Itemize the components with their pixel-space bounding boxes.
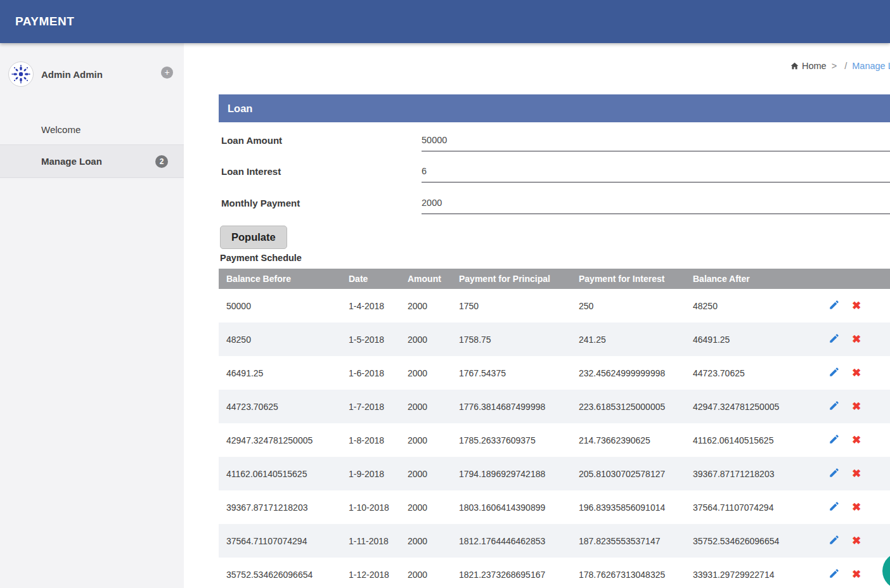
table-cell: 232.45624999999998 [571,356,685,390]
populate-button[interactable]: Populate [220,226,287,249]
table-cell: 44723.70625 [219,390,341,423]
pencil-icon[interactable] [829,400,840,413]
table-cell: 250 [571,289,685,323]
x-icon[interactable]: ✖ [852,467,861,480]
table-cell: 1-5-2018 [341,323,400,356]
table-cell: 1-11-2018 [341,524,400,558]
table-cell: 2000 [400,558,451,588]
add-icon[interactable]: + [161,67,173,79]
table-body: 500001-4-20182000175025048250 ✖ 482501-5… [219,289,890,588]
table-cell: 1-10-2018 [341,490,400,524]
table-cell: 2000 [400,524,451,558]
col-header-amount: Amount [400,269,451,289]
table-cell: 1-4-2018 [341,289,400,323]
loan-interest-input[interactable] [422,160,890,182]
sidebar: Admin Admin + Welcome Manage Loan 2 [0,43,184,588]
table-cell: 1794.1896929742188 [451,457,571,490]
table-cell: 39367.87171218203 [219,490,341,524]
sidebar-item-welcome[interactable]: Welcome [0,115,184,144]
field-label: Loan Amount [221,127,282,154]
breadcrumb-separator: > [832,61,837,71]
table-cell: 44723.70625 [685,356,821,390]
table-cell: 241.25 [571,323,685,356]
table-cell: 1-7-2018 [341,390,400,423]
table-row: 482501-5-201820001758.75241.2546491.25 ✖ [219,323,890,356]
actions-cell: ✖ [821,356,890,390]
count-badge: 2 [155,155,168,168]
x-icon[interactable]: ✖ [852,366,861,380]
avatar [8,61,34,87]
table-cell: 37564.71107074294 [219,524,341,558]
pencil-icon[interactable] [829,299,840,312]
x-icon[interactable]: ✖ [852,333,861,346]
table-cell: 42947.324781250005 [219,423,341,457]
monthly-payment-input[interactable] [422,191,890,214]
table-cell: 1812.1764446462853 [451,524,571,558]
table-cell: 205.81030702578127 [571,457,685,490]
col-header-balance-before: Balance Before [219,269,341,289]
user-name: Admin Admin [41,69,103,80]
x-icon[interactable]: ✖ [852,433,861,447]
breadcrumb-home[interactable]: Home [802,61,827,71]
table-cell: 2000 [400,490,451,524]
sidebar-menu: Welcome Manage Loan 2 [0,115,184,178]
x-icon[interactable]: ✖ [852,534,861,547]
pencil-icon[interactable] [829,333,840,346]
pencil-icon[interactable] [829,534,840,547]
table-cell: 1750 [451,289,571,323]
field-label: Monthly Payment [221,190,300,217]
table-cell: 39367.87171218203 [685,457,821,490]
table-cell: 178.76267313048325 [571,558,685,588]
field-label: Loan Interest [221,158,281,185]
col-header-payment-interest: Payment for Interest [571,269,685,289]
table-cell: 48250 [685,289,821,323]
panel-title: Loan [219,94,890,122]
table-cell: 33931.29729922714 [685,558,821,588]
table-cell: 2000 [400,356,451,390]
col-header-actions [821,269,890,289]
user-panel: Admin Admin + [0,43,184,106]
form-field-loan-interest: Loan Interest [219,158,890,185]
table-cell: 196.83935856091014 [571,490,685,524]
table-cell: 223.61853125000005 [571,390,685,423]
table-cell: 41162.06140515625 [685,423,821,457]
table-cell: 1803.1606414390899 [451,490,571,524]
pencil-icon[interactable] [829,467,840,480]
sidebar-item-manage-loan[interactable]: Manage Loan 2 [0,144,184,178]
pencil-icon[interactable] [829,501,840,514]
pencil-icon[interactable] [829,433,840,447]
table-cell: 42947.324781250005 [685,390,821,423]
table-cell: 1821.2373268695167 [451,558,571,588]
sidebar-item-label: Welcome [41,124,81,135]
table-row: 42947.3247812500051-8-201820001785.26337… [219,423,890,457]
loan-amount-input[interactable] [422,129,890,151]
table-cell: 50000 [219,289,341,323]
table-row: 41162.061405156251-9-201820001794.189692… [219,457,890,490]
table-cell: 1776.3814687499998 [451,390,571,423]
x-icon[interactable]: ✖ [852,568,861,581]
table-cell: 2000 [400,423,451,457]
table-cell: 48250 [219,323,341,356]
table-cell: 214.73662390625 [571,423,685,457]
pencil-icon[interactable] [829,366,840,380]
pencil-icon[interactable] [829,568,840,581]
table-row: 500001-4-20182000175025048250 ✖ [219,289,890,323]
actions-cell: ✖ [821,524,890,558]
actions-cell: ✖ [821,323,890,356]
x-icon[interactable]: ✖ [852,501,861,514]
table-header-row: Balance Before Date Amount Payment for P… [219,269,890,289]
breadcrumb-current[interactable]: Manage Loan [852,61,890,71]
actions-cell: ✖ [821,558,890,588]
actions-cell: ✖ [821,423,890,457]
x-icon[interactable]: ✖ [852,299,861,312]
table-cell: 2000 [400,289,451,323]
table-cell: 35752.534626096654 [219,558,341,588]
col-header-payment-principal: Payment for Principal [451,269,571,289]
payment-schedule-table: Balance Before Date Amount Payment for P… [219,269,890,588]
table-cell: 37564.71107074294 [685,490,821,524]
x-icon[interactable]: ✖ [852,400,861,413]
table-row: 44723.706251-7-201820001776.381468749999… [219,390,890,423]
table-cell: 2000 [400,457,451,490]
table-row: 39367.871712182031-10-201820001803.16064… [219,490,890,524]
table-cell: 35752.534626096654 [685,524,821,558]
